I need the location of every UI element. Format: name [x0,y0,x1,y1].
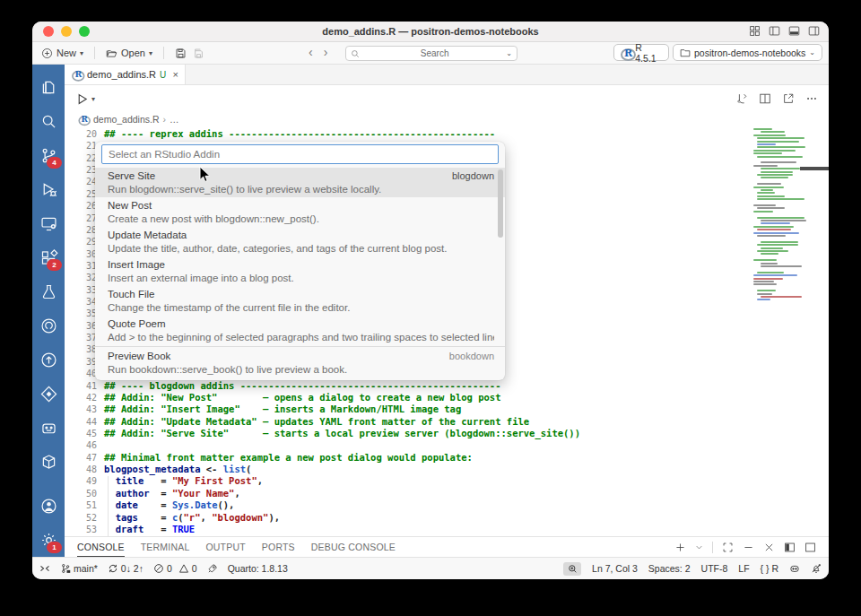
close-tab-icon[interactable]: × [173,69,178,80]
encoding-status[interactable]: UTF-8 [701,563,728,574]
new-button[interactable]: New▾ [41,48,83,59]
workspace-button[interactable]: positron-demos-notebooks ⌄ [673,44,822,61]
notifications-status[interactable] [811,563,822,574]
code-line[interactable]: 42## Addin: "New Post" – opens a dialog … [65,392,829,403]
addin-list-item[interactable]: Preview BookRun bookdown::serve_book() t… [95,348,505,377]
deploy-status[interactable] [207,563,218,574]
eol-status[interactable]: LF [738,563,749,574]
panel-tab-ports[interactable]: PORTS [262,537,295,557]
sidebar-item-testing[interactable] [32,274,65,308]
code-line[interactable]: 41## ---- blogdown addins --------------… [65,380,829,392]
settings-button[interactable]: 1 [32,523,65,557]
sidebar-item-search[interactable] [32,104,65,138]
code-line[interactable]: 53 draft = TRUE [65,524,829,535]
addin-list-item[interactable]: Input LaTeX Math [95,377,505,380]
sidebar-item-assistant[interactable] [32,411,65,445]
minimap-line [757,272,784,273]
code-line[interactable]: 43## Addin: "Insert Image" – inserts a M… [65,403,829,415]
close-panel-icon[interactable] [763,542,775,553]
panel-tab-output[interactable]: OUTPUT [205,537,245,557]
addin-title: Preview Book [108,350,494,363]
navigate-back-icon[interactable]: ‹ [309,45,313,59]
minimap[interactable] [752,126,811,536]
line-number: 22 [65,152,97,164]
remote-indicator[interactable] [39,563,50,574]
scrollbar-thumb[interactable] [800,167,829,170]
code-line[interactable]: 52 tags = c("r", "blogdown"), [65,512,829,524]
sidebar-item-github[interactable] [32,308,65,343]
account-button[interactable] [32,489,65,523]
global-search-input[interactable]: Search ⌄ [345,46,517,61]
addin-list-item[interactable]: Serve SiteRun blogdown::serve_site() to … [95,168,505,197]
git-sync-status[interactable]: 0↓ 2↑ [108,563,144,574]
package-cube-icon [39,453,58,472]
sidebar-item-sessions[interactable] [32,206,65,240]
code-line[interactable]: 45## Addin: "Serve Site" – starts a loca… [65,428,829,439]
tab-demo-addins[interactable]: R demo_addins.R U × [65,65,186,84]
panel-tab-console[interactable]: CONSOLE [77,537,125,557]
code-line[interactable]: 50 author = "Your Name", [65,488,829,499]
code-line[interactable]: 49 title = "My First Post", [65,475,829,487]
addin-list-item[interactable]: Touch FileChange the timestamp of the cu… [95,286,505,316]
quarto-version[interactable]: Quarto: 1.8.13 [228,563,288,574]
panel-tab-debug-console[interactable]: DEBUG CONSOLE [311,537,396,557]
minimap-line [753,283,777,285]
zoom-indicator[interactable] [563,562,581,576]
language-mode[interactable]: { } R [761,563,778,574]
panel-tab-terminal[interactable]: TERMINAL [141,537,190,557]
toggle-panel-icon[interactable] [788,25,800,37]
code-line[interactable]: 46 [65,439,829,451]
line-number: 32 [65,272,97,283]
chevron-down-icon[interactable] [695,542,703,553]
sidebar-item-extensions[interactable]: 2 [32,240,65,274]
minimize-panel-icon[interactable] [743,542,754,553]
interpreter-button[interactable]: R R 4.5.1 [613,44,669,61]
copilot-status[interactable] [789,563,800,574]
maximize-panel-icon[interactable] [722,542,734,553]
addin-list-item[interactable]: New PostCreate a new post with blogdown:… [95,197,505,227]
split-editor-icon[interactable] [759,92,771,105]
cursor-position[interactable]: Ln 7, Col 3 [592,563,638,574]
addin-list-item[interactable]: Quote PoemAdd > to the beginning of sele… [95,316,505,345]
rocket-icon [207,563,218,574]
open-button[interactable]: Open▾ [106,48,152,59]
toggle-sidebar-icon[interactable] [769,25,780,37]
sidebar-item-source-control[interactable]: 4 [32,138,65,172]
sidebar-item-run-debug[interactable] [32,172,65,206]
customize-layout-icon[interactable] [749,25,761,37]
zoom-window-button[interactable] [79,26,90,37]
code-editor[interactable]: 20## ---- reprex addins ----------------… [65,126,829,536]
breadcrumb[interactable]: R demo_addins.R › … [65,112,829,126]
code-text: tags = c("r", "blogdown"), [97,512,280,524]
sidebar-item-publish[interactable] [32,343,65,377]
code-line[interactable]: 20## ---- reprex addins ----------------… [65,128,829,140]
sidebar-item-posit[interactable] [32,377,65,411]
addin-list-item[interactable]: Insert ImageInsert an external image int… [95,256,505,286]
sidebar-item-explorer[interactable] [32,70,65,104]
close-window-button[interactable] [43,26,54,37]
open-in-new-window-icon[interactable] [782,92,795,105]
problems-status[interactable]: 0 0 [153,563,197,574]
addin-list-item[interactable]: Update MetadataUpdate the title, author,… [95,227,505,256]
save-all-button[interactable] [192,48,204,59]
minimize-window-button[interactable] [61,26,72,37]
editor-scrollbar[interactable] [813,126,829,536]
addin-search-input[interactable]: Select an RStudio Addin [101,144,499,164]
panel-layout-right-icon[interactable] [804,542,816,553]
indentation-status[interactable]: Spaces: 2 [648,563,691,574]
minimap-line [761,265,802,267]
code-line[interactable]: 47## Minimal front matter example a new … [65,452,829,464]
code-line[interactable]: 44## Addin: "Update Metadata" – updates … [65,416,829,428]
git-branch-status[interactable]: main* [60,563,98,574]
toggle-secondary-sidebar-icon[interactable] [808,25,820,37]
code-line[interactable]: 48blogpost_metadata <- list( [65,464,829,475]
code-line[interactable]: 51 date = Sys.Date(), [65,499,829,511]
sidebar-item-package[interactable] [32,445,65,479]
panel-layout-left-icon[interactable] [784,542,796,553]
new-console-icon[interactable] [674,542,686,553]
source-compare-icon[interactable] [735,92,748,105]
save-button[interactable] [175,48,187,59]
navigate-forward-icon[interactable]: › [324,45,328,59]
more-actions-icon[interactable] [805,92,818,105]
run-button[interactable]: ▾ [75,92,95,106]
